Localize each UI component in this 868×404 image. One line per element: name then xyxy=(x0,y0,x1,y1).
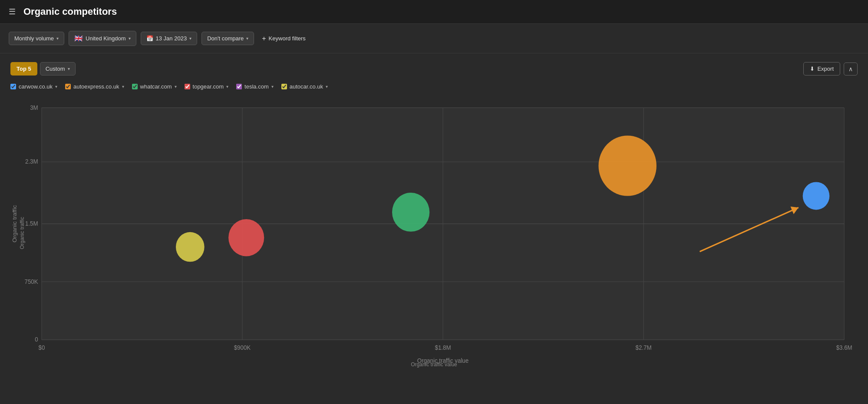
country-arrow: ▾ xyxy=(129,36,131,41)
svg-text:2.3M: 2.3M xyxy=(25,158,38,165)
export-label: Export xyxy=(817,66,834,72)
y-axis-label: Organic traffic xyxy=(19,217,25,249)
uk-flag-icon: 🇬🇧 xyxy=(74,34,83,43)
competitor-label-autoexpress: autoexpress.co.uk xyxy=(73,83,119,90)
top5-button[interactable]: Top 5 xyxy=(10,62,37,76)
x-axis-label: Organic traffic value xyxy=(411,361,457,368)
competitor-item-tesla[interactable]: tesla.com▾ xyxy=(236,83,274,90)
competitor-item-topgear[interactable]: topgear.com▾ xyxy=(185,83,229,90)
competitors-row: carwow.co.uk▾autoexpress.co.uk▾whatcar.c… xyxy=(10,83,858,90)
competitor-dropdown-tesla[interactable]: ▾ xyxy=(271,84,274,89)
hamburger-icon[interactable]: ☰ xyxy=(9,7,16,16)
competitor-checkbox-autoexpress[interactable] xyxy=(65,84,71,89)
svg-point-23 xyxy=(598,136,656,196)
competitor-item-autoexpress[interactable]: autoexpress.co.uk▾ xyxy=(65,83,124,90)
top-bar: ☰ Organic competitors xyxy=(0,0,868,24)
collapse-button[interactable]: ∧ xyxy=(844,62,858,76)
custom-arrow: ▾ xyxy=(68,66,70,71)
left-controls: Top 5 Custom ▾ xyxy=(10,62,76,76)
competitor-dropdown-whatcar[interactable]: ▾ xyxy=(175,84,177,89)
competitor-dropdown-autocar[interactable]: ▾ xyxy=(326,84,328,89)
country-label: United Kingdom xyxy=(86,35,126,42)
content-area: Top 5 Custom ▾ ⬇ Export ∧ carwow.co.uk▾a… xyxy=(0,53,868,376)
competitor-label-tesla: tesla.com xyxy=(244,83,269,90)
date-dropdown[interactable]: 📅 13 Jan 2023 ▾ xyxy=(141,32,198,45)
competitor-checkbox-tesla[interactable] xyxy=(236,84,242,89)
export-button[interactable]: ⬇ Export xyxy=(803,62,840,76)
competitor-label-autocar: autocar.co.uk xyxy=(290,83,323,90)
competitor-label-whatcar: whatcar.com xyxy=(140,83,172,90)
date-arrow: ▾ xyxy=(189,36,191,41)
svg-text:750K: 750K xyxy=(25,278,38,285)
volume-arrow: ▾ xyxy=(56,36,59,41)
export-icon: ⬇ xyxy=(810,66,815,72)
custom-button[interactable]: Custom ▾ xyxy=(40,62,76,76)
competitor-item-whatcar[interactable]: whatcar.com▾ xyxy=(132,83,177,90)
competitor-dropdown-topgear[interactable]: ▾ xyxy=(226,84,228,89)
competitor-checkbox-autocar[interactable] xyxy=(281,84,287,89)
svg-point-24 xyxy=(803,182,830,210)
calendar-icon: 📅 xyxy=(146,35,153,42)
custom-label: Custom xyxy=(46,66,65,72)
filter-label: Keyword filters xyxy=(269,35,306,42)
controls-row: Top 5 Custom ▾ ⬇ Export ∧ xyxy=(10,62,858,76)
compare-arrow: ▾ xyxy=(246,36,248,41)
svg-text:$900K: $900K xyxy=(234,345,251,351)
compare-dropdown[interactable]: Don't compare ▾ xyxy=(201,32,254,45)
toolbar: Monthly volume ▾ 🇬🇧 United Kingdom ▾ 📅 1… xyxy=(0,24,868,53)
svg-point-26 xyxy=(228,219,264,256)
competitor-checkbox-topgear[interactable] xyxy=(185,84,190,89)
svg-text:0: 0 xyxy=(35,336,38,343)
date-label: 13 Jan 2023 xyxy=(156,35,187,42)
competitor-label-carwow: carwow.co.uk xyxy=(19,83,53,90)
volume-dropdown[interactable]: Monthly volume ▾ xyxy=(9,32,64,45)
svg-text:$2.7M: $2.7M xyxy=(636,345,652,351)
keyword-filter-button[interactable]: + Keyword filters xyxy=(258,32,309,46)
svg-text:3M: 3M xyxy=(30,104,38,111)
top5-label: Top 5 xyxy=(17,66,31,72)
country-dropdown[interactable]: 🇬🇧 United Kingdom ▾ xyxy=(69,31,136,46)
svg-point-27 xyxy=(176,232,205,262)
competitor-dropdown-autoexpress[interactable]: ▾ xyxy=(122,84,124,89)
collapse-icon: ∧ xyxy=(848,66,853,72)
plus-icon: + xyxy=(262,35,266,43)
volume-label: Monthly volume xyxy=(14,35,54,42)
bubble-chart: 0750K1.5M2.3M3M$0$900K$1.8M$2.7M$3.6MOrg… xyxy=(10,99,858,368)
svg-point-25 xyxy=(392,193,429,232)
svg-text:$3.6M: $3.6M xyxy=(836,345,852,351)
svg-text:Organic traffic: Organic traffic xyxy=(12,205,18,242)
competitor-label-topgear: topgear.com xyxy=(193,83,224,90)
competitor-checkbox-carwow[interactable] xyxy=(10,84,16,89)
competitor-dropdown-carwow[interactable]: ▾ xyxy=(55,84,57,89)
chart-container: Organic traffic Organic traffic value 07… xyxy=(10,99,858,368)
competitor-checkbox-whatcar[interactable] xyxy=(132,84,138,89)
page-title: Organic competitors xyxy=(23,6,117,17)
competitor-item-carwow[interactable]: carwow.co.uk▾ xyxy=(10,83,57,90)
svg-text:$1.8M: $1.8M xyxy=(435,345,451,351)
compare-label: Don't compare xyxy=(207,35,244,42)
svg-text:$0: $0 xyxy=(38,345,45,351)
competitor-item-autocar[interactable]: autocar.co.uk▾ xyxy=(281,83,328,90)
svg-text:1.5M: 1.5M xyxy=(25,220,38,227)
right-controls: ⬇ Export ∧ xyxy=(803,62,858,76)
